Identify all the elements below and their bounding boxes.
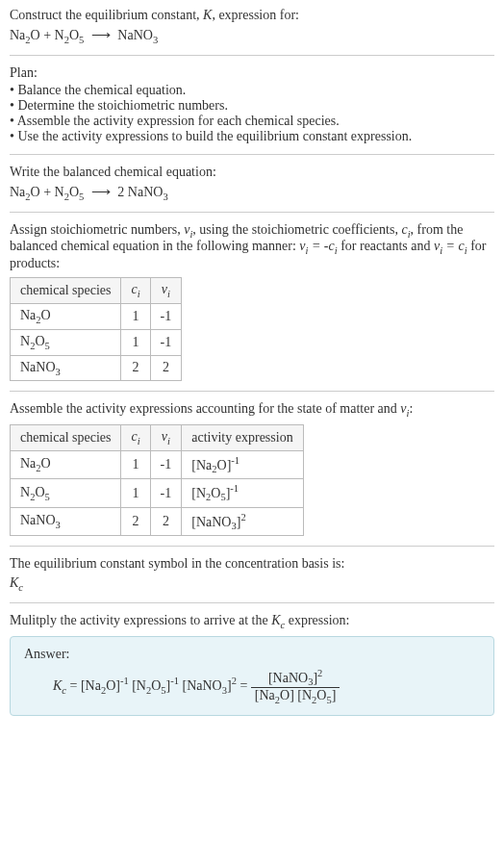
table-row: NaNO3 2 2: [11, 355, 182, 381]
intro-suffix: , expression for:: [212, 8, 299, 22]
balanced-section: Write the balanced chemical equation: Na…: [10, 165, 494, 202]
plan-section: Plan: Balance the chemical equation. Det…: [10, 65, 494, 144]
balanced-equation: Na2O + N2O5 ⟶ 2 NaNO3: [10, 184, 494, 202]
divider: [10, 391, 494, 392]
kc-symbol: Kc: [271, 613, 285, 627]
c-i: ci: [401, 222, 410, 237]
species-cell: N2O5: [11, 329, 121, 355]
table-row: N2O5 1 -1: [11, 329, 182, 355]
ci-cell: 2: [121, 355, 150, 381]
col-vi: νi: [150, 425, 182, 451]
unbalanced-equation: Na2O + N2O5 ⟶ NaNO3: [10, 27, 494, 45]
activity-cell: [Na2O]-1: [182, 450, 303, 478]
activity-section: Assemble the activity expressions accoun…: [10, 401, 494, 536]
stoich-intro: Assign stoichiometric numbers, νi, using…: [10, 222, 494, 272]
numerator: [NaNO3]2: [251, 668, 340, 688]
table-row: NaNO3 2 2 [NaNO3]2: [11, 507, 304, 535]
intro-text: Construct the equilibrium constant,: [10, 8, 203, 22]
vi-cell: 2: [150, 355, 182, 381]
K-symbol: K: [203, 8, 212, 22]
plan-item: Assemble the activity expression for eac…: [10, 114, 494, 129]
nu-i: νi: [184, 222, 192, 237]
col-species: chemical species: [11, 425, 121, 451]
plan-item: Balance the chemical equation.: [10, 83, 494, 98]
activity-intro: Assemble the activity expressions accoun…: [10, 401, 494, 419]
vi-cell: -1: [150, 450, 182, 478]
nu-eq-products: νi = ci: [434, 239, 467, 253]
stoich-table: chemical species ci νi Na2O 1 -1 N2O5 1 …: [10, 277, 182, 381]
table-header-row: chemical species ci νi activity expressi…: [11, 425, 304, 451]
text: Mulitply the activity expressions to arr…: [10, 613, 271, 627]
plan-item: Use the activity expressions to build th…: [10, 129, 494, 144]
constant-text: The equilibrium constant symbol in the c…: [10, 556, 494, 572]
text: for reactants and: [338, 239, 434, 253]
nu-eq-reactants: νi = -ci: [299, 239, 337, 253]
species-cell: NaNO3: [11, 355, 121, 381]
multiply-intro: Mulitply the activity expressions to arr…: [10, 613, 494, 630]
kc-expression: Kc = [Na2O]-1 [N2O5]-1 [NaNO3]2 = [NaNO3…: [24, 668, 480, 705]
vi-cell: 2: [150, 507, 182, 535]
table-header-row: chemical species ci νi: [11, 278, 182, 304]
divider: [10, 154, 494, 155]
divider: [10, 546, 494, 547]
col-vi: νi: [150, 278, 182, 304]
divider: [10, 55, 494, 56]
text: , using the stoichiometric coefficients,: [192, 222, 401, 237]
divider: [10, 212, 494, 213]
text: Assign stoichiometric numbers,: [10, 222, 184, 237]
answer-box: Answer: Kc = [Na2O]-1 [N2O5]-1 [NaNO3]2 …: [10, 636, 494, 716]
species-cell: N2O5: [11, 479, 121, 507]
plan-list: Balance the chemical equation. Determine…: [10, 83, 494, 144]
text: :: [409, 401, 413, 416]
vi-cell: -1: [150, 479, 182, 507]
activity-table: chemical species ci νi activity expressi…: [10, 424, 304, 536]
divider: [10, 602, 494, 603]
kc-symbol: Kc: [10, 575, 494, 593]
ci-cell: 1: [121, 450, 150, 478]
species-cell: Na2O: [11, 303, 121, 329]
species-cell: NaNO3: [11, 507, 121, 535]
ci-cell: 2: [121, 507, 150, 535]
plan-title: Plan:: [10, 65, 494, 81]
ci-cell: 1: [121, 329, 150, 355]
species-cell: Na2O: [11, 450, 121, 478]
table-row: N2O5 1 -1 [N2O5]-1: [11, 479, 304, 507]
fraction: [NaNO3]2 [Na2O] [N2O5]: [251, 668, 340, 705]
ci-cell: 1: [121, 303, 150, 329]
text: Assemble the activity expressions accoun…: [10, 401, 400, 416]
col-ci: ci: [121, 278, 150, 304]
denominator: [Na2O] [N2O5]: [251, 688, 340, 705]
col-ci: ci: [121, 425, 150, 451]
col-species: chemical species: [11, 278, 121, 304]
vi-cell: -1: [150, 303, 182, 329]
ci-cell: 1: [121, 479, 150, 507]
stoich-section: Assign stoichiometric numbers, νi, using…: [10, 222, 494, 382]
activity-cell: [NaNO3]2: [182, 507, 303, 535]
table-row: Na2O 1 -1: [11, 303, 182, 329]
activity-cell: [N2O5]-1: [182, 479, 303, 507]
vi-cell: -1: [150, 329, 182, 355]
multiply-section: Mulitply the activity expressions to arr…: [10, 613, 494, 716]
plan-item: Determine the stoichiometric numbers.: [10, 98, 494, 114]
answer-label: Answer:: [24, 647, 480, 662]
table-row: Na2O 1 -1 [Na2O]-1: [11, 450, 304, 478]
problem-statement: Construct the equilibrium constant, K, e…: [10, 8, 494, 45]
constant-section: The equilibrium constant symbol in the c…: [10, 556, 494, 593]
col-activity: activity expression: [182, 425, 303, 451]
balanced-title: Write the balanced chemical equation:: [10, 165, 494, 180]
text: expression:: [285, 613, 349, 627]
